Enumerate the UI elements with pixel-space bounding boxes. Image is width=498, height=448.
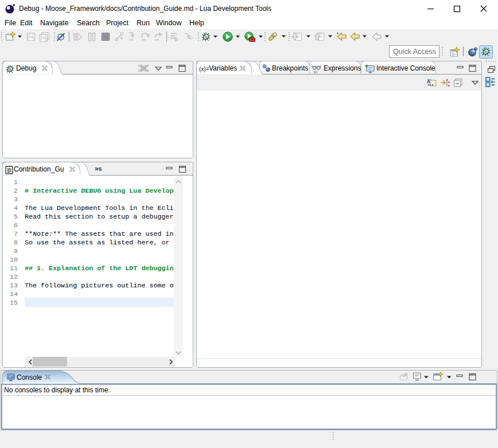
svg-text:K: K [426,78,431,84]
svg-text:x=: x= [314,70,318,74]
svg-text:(x)=: (x)= [199,66,209,72]
